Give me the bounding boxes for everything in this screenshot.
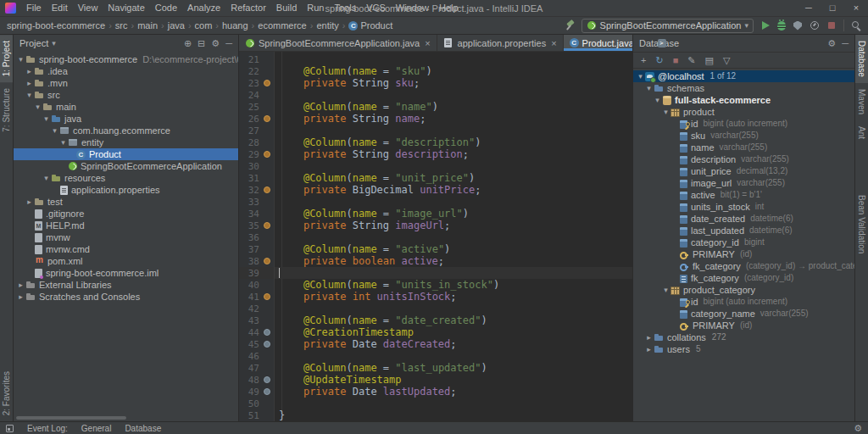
code-line-36[interactable] <box>275 231 632 243</box>
build-hammer-icon[interactable] <box>565 20 575 31</box>
db-item-unit-price[interactable]: unit_pricedecimal(13,2) <box>633 165 854 177</box>
breadcrumb-item-src[interactable]: src <box>114 20 130 31</box>
line-number[interactable]: 38 <box>239 256 259 267</box>
line-number[interactable]: 27 <box>239 125 259 136</box>
project-item-src[interactable]: ▾src <box>14 89 238 101</box>
close-icon[interactable]: × <box>551 38 556 48</box>
column-marker-icon[interactable] <box>264 293 270 300</box>
tool-button-maven[interactable]: Maven <box>855 83 868 120</box>
line-number[interactable]: 50 <box>239 398 259 409</box>
project-item-product[interactable]: Product <box>14 148 238 160</box>
edit-icon[interactable]: ✎ <box>687 53 695 68</box>
tool-button-2-favorites[interactable]: 2: Favorites <box>0 365 13 421</box>
menu-navigate[interactable]: Navigate <box>103 0 149 16</box>
timestamp-marker-icon[interactable] <box>264 329 270 336</box>
line-number[interactable]: 48 <box>239 375 259 386</box>
code-line-30[interactable] <box>275 160 632 172</box>
search-everywhere-icon[interactable] <box>851 20 861 31</box>
project-item-java[interactable]: ▾java <box>14 113 238 125</box>
line-number[interactable]: 34 <box>239 209 259 220</box>
chevron-down-icon[interactable]: ▾ <box>42 113 51 125</box>
close-icon[interactable]: × <box>425 38 430 48</box>
db-item-active[interactable]: activebit(1) = b'1' <box>633 189 854 201</box>
db-item-product[interactable]: ▾product <box>633 106 854 118</box>
code-line-27[interactable] <box>275 125 632 136</box>
project-item-mvnw-cmd[interactable]: mvnw.cmd <box>14 243 238 255</box>
tab-application-properties[interactable]: application.properties× <box>437 35 564 51</box>
db-item-product-category[interactable]: ▾product_category <box>633 284 854 296</box>
debug-button[interactable] <box>777 21 786 31</box>
code-line-25[interactable]: @Column(name = "name") <box>275 101 632 113</box>
line-number[interactable]: 46 <box>239 351 259 362</box>
line-number[interactable]: 49 <box>239 387 259 398</box>
minimize-icon[interactable]: ─ <box>797 0 821 16</box>
editor-code[interactable]: @Column(name = "sku") private String sku… <box>275 52 632 421</box>
db-item-fk-category[interactable]: fk_category(category_id) <box>633 272 854 284</box>
chevron-down-icon[interactable]: ▾ <box>644 82 654 94</box>
db-item-date-created[interactable]: date_createddatetime(6) <box>633 213 854 225</box>
line-number[interactable]: 21 <box>239 54 259 65</box>
chevron-right-icon[interactable]: ▸ <box>25 77 34 89</box>
add-icon[interactable]: + <box>641 53 646 68</box>
project-item-external-libraries[interactable]: ▸External Libraries <box>14 279 238 291</box>
line-number[interactable]: 30 <box>239 161 259 172</box>
code-line-43[interactable]: @Column(name = "date_created") <box>275 314 632 326</box>
db-item-fk-category[interactable]: fk_category(category_id) → product_categ… <box>633 260 854 272</box>
chevron-right-icon[interactable]: ▸ <box>644 331 654 343</box>
db-item-primary[interactable]: PRIMARY(id) <box>633 320 854 331</box>
locate-icon[interactable]: ⊕ <box>184 36 192 51</box>
code-line-35[interactable]: private String imageUrl; <box>275 220 632 231</box>
chevron-down-icon[interactable]: ▾ <box>58 136 68 148</box>
line-number[interactable]: 37 <box>239 244 259 255</box>
status-item-database[interactable]: Database <box>125 424 161 433</box>
chevron-down-icon[interactable]: ▾ <box>33 101 42 113</box>
code-line-40[interactable]: @Column(name = "units_in_stock") <box>275 279 632 291</box>
menu-refactor[interactable]: Refactor <box>225 0 271 16</box>
line-number[interactable]: 39 <box>239 268 259 279</box>
project-item-gitignore[interactable]: .gitignore <box>14 208 238 220</box>
tool-button-1-project[interactable]: 1: Project <box>0 35 13 82</box>
hide-icon[interactable]: ─ <box>842 36 849 51</box>
settings-icon[interactable]: ⚙ <box>827 36 836 51</box>
menu-build[interactable]: Build <box>271 0 302 16</box>
code-line-44[interactable]: @CreationTimestamp <box>275 326 632 338</box>
line-number[interactable]: 43 <box>239 315 259 326</box>
breadcrumb-item-product[interactable]: Product <box>347 20 394 31</box>
code-line-22[interactable]: @Column(name = "sku") <box>275 65 632 77</box>
line-number[interactable]: 22 <box>239 66 259 77</box>
code-line-41[interactable]: private int unitsInStock; <box>275 291 632 303</box>
db-item-category-id[interactable]: category_idbigint <box>633 236 854 248</box>
column-marker-icon[interactable] <box>264 186 270 193</box>
column-marker-icon[interactable] <box>264 115 270 122</box>
line-number[interactable]: 36 <box>239 232 259 243</box>
code-line-49[interactable]: private Date lastUpdated; <box>275 386 632 398</box>
menu-edit[interactable]: Edit <box>47 0 73 16</box>
column-marker-icon[interactable] <box>264 222 270 229</box>
stop-button[interactable] <box>826 20 837 31</box>
chevron-right-icon[interactable]: ▸ <box>25 65 34 77</box>
chevron-down-icon[interactable]: ▾ <box>16 53 25 65</box>
breadcrumb-item-entity[interactable]: entity <box>314 20 340 31</box>
refresh-icon[interactable]: ↻ <box>655 53 663 68</box>
project-item-com-huang-ecommerce[interactable]: ▾com.huang.ecommerce <box>14 125 238 136</box>
line-number[interactable]: 33 <box>239 197 259 208</box>
project-item-test[interactable]: ▸test <box>14 196 238 208</box>
db-item-description[interactable]: descriptionvarchar(255) <box>633 153 854 165</box>
code-line-24[interactable] <box>275 89 632 101</box>
line-number[interactable]: 24 <box>239 90 259 101</box>
db-item-id[interactable]: idbigint (auto increment) <box>633 118 854 130</box>
db-item-image-url[interactable]: image_urlvarchar(255) <box>633 177 854 189</box>
chevron-down-icon[interactable]: ▾ <box>653 94 662 106</box>
project-item-idea[interactable]: ▸.idea <box>14 65 238 77</box>
code-line-38[interactable]: private boolean active; <box>275 255 632 267</box>
line-number[interactable]: 25 <box>239 102 259 113</box>
code-line-51[interactable]: } <box>275 409 632 421</box>
project-item-spring-boot-ecommerce[interactable]: ▾spring-boot-ecommerceD:\ecommerce-proje… <box>14 53 238 65</box>
code-line-32[interactable]: private BigDecimal unitPrice; <box>275 184 632 196</box>
db-item-primary[interactable]: PRIMARY(id) <box>633 248 854 260</box>
db-item-category-name[interactable]: category_namevarchar(255) <box>633 308 854 320</box>
project-panel-title[interactable]: Project <box>19 38 48 48</box>
chevron-right-icon[interactable]: ▸ <box>16 279 25 291</box>
chevron-right-icon[interactable]: ▸ <box>25 196 34 208</box>
project-item-application-properties[interactable]: application.properties <box>14 184 238 196</box>
